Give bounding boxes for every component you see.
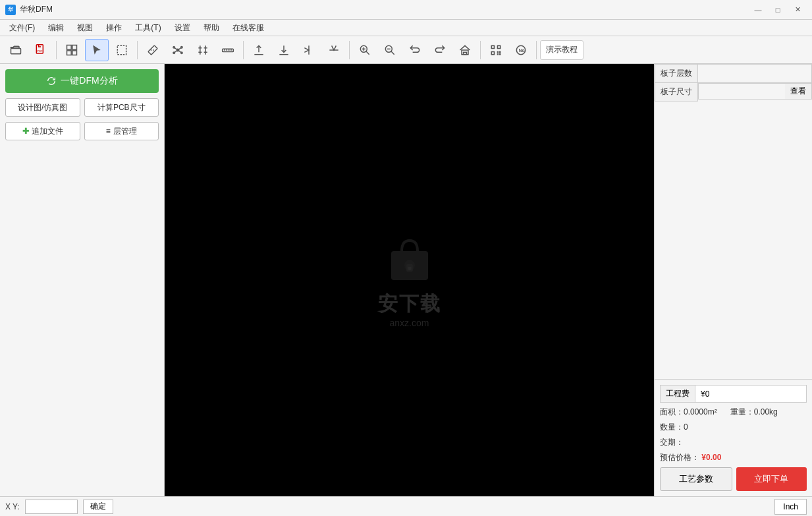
svg-rect-7: [117, 45, 126, 54]
svg-text:PDF: PDF: [37, 49, 43, 52]
svg-line-34: [391, 51, 394, 55]
view-btn[interactable]: 查看: [785, 84, 811, 99]
toolbar-sep-5: [480, 41, 481, 59]
box-select-button[interactable]: [110, 39, 134, 61]
weight-text: 重量：0.00kg: [730, 407, 778, 418]
network-button[interactable]: [166, 39, 190, 61]
svg-line-30: [366, 51, 369, 55]
minimize-button[interactable]: —: [749, 3, 767, 16]
maximize-button[interactable]: □: [769, 3, 787, 16]
view-mode-button[interactable]: [60, 39, 84, 61]
estimated-price-label: 预估价格：: [660, 453, 699, 462]
menu-file[interactable]: 文件(F): [3, 20, 41, 36]
craft-params-button[interactable]: 工艺参数: [660, 467, 732, 491]
board-layers-value: [698, 65, 812, 83]
order-button[interactable]: 立即下单: [736, 467, 807, 491]
bottom-action-row: 工艺参数 立即下单: [660, 467, 807, 491]
right-bottom: 工程费 ¥0 面积：0.0000m² 重量：0.00kg 数量：0 交期： 预估…: [655, 379, 812, 496]
select-button[interactable]: [85, 39, 109, 61]
svg-rect-44: [497, 51, 499, 53]
fee-value: ¥0: [695, 387, 806, 401]
board-size-label: 板子尺寸: [655, 83, 698, 101]
price-line: 预估价格： ¥0.00: [660, 452, 807, 463]
menu-bar: 文件(F) 编辑 视图 操作 工具(T) 设置 帮助 在线客服: [0, 20, 812, 36]
action-btn-row: ✚ 追加文件 ≡ 层管理: [5, 122, 159, 140]
dfm-analysis-button[interactable]: 一键DFM分析: [5, 69, 159, 93]
window-controls: — □ ✕: [749, 3, 807, 16]
menu-edit[interactable]: 编辑: [41, 20, 70, 36]
zoom-out-button[interactable]: [378, 39, 402, 61]
title-bar-left: 华 华秋DFM: [5, 4, 53, 15]
engineering-fee-row: 工程费 ¥0: [660, 385, 807, 403]
delivery-line: 交期：: [660, 437, 807, 448]
qr-button[interactable]: [484, 39, 508, 61]
svg-rect-43: [492, 52, 494, 54]
refresh-icon: [46, 76, 57, 86]
calc-pcb-button[interactable]: 计算PCB尺寸: [84, 98, 159, 117]
import-up-button[interactable]: [247, 39, 271, 61]
design-view-button[interactable]: 设计图/仿真图: [5, 98, 80, 117]
measure-button[interactable]: [141, 39, 165, 61]
toolbar-sep-6: [536, 41, 537, 59]
board-layers-label: 板子层数: [655, 65, 698, 83]
open-pdf-button[interactable]: PDF: [29, 39, 53, 61]
svg-text:No: No: [519, 48, 525, 53]
layer-mgr-button[interactable]: ≡ 层管理: [84, 122, 159, 140]
redo-button[interactable]: [428, 39, 452, 61]
undo-button[interactable]: [403, 39, 427, 61]
toolbar-sep-4: [349, 41, 350, 59]
area-text: 面积：0.0000m²: [660, 407, 717, 418]
add-file-button[interactable]: ✚ 追加文件: [5, 122, 80, 140]
delivery-text: 交期：: [660, 438, 684, 447]
ruler-button[interactable]: [216, 39, 240, 61]
area-weight-line: 面积：0.0000m² 重量：0.00kg: [660, 407, 807, 418]
add-file-label: 追加文件: [32, 126, 63, 137]
menu-operate[interactable]: 操作: [99, 20, 128, 36]
fee-label: 工程费: [661, 386, 695, 402]
svg-rect-5: [67, 50, 72, 55]
right-panel-spacer: [655, 101, 812, 379]
svg-rect-20: [223, 49, 234, 51]
coord-label: X Y:: [5, 502, 20, 511]
menu-view[interactable]: 视图: [70, 20, 99, 36]
watermark-icon: [383, 233, 436, 285]
menu-tools[interactable]: 工具(T): [128, 20, 167, 36]
plus-icon: ✚: [22, 127, 29, 136]
watermark-main-text: 安下载: [378, 291, 441, 318]
menu-online[interactable]: 在线客服: [226, 20, 271, 36]
coord-input[interactable]: [25, 500, 78, 514]
svg-rect-53: [408, 267, 411, 270]
board-size-row: 板子尺寸 查看: [655, 83, 812, 101]
svg-rect-3: [67, 45, 72, 49]
home-button[interactable]: [453, 39, 477, 61]
tutorial-button[interactable]: 演示教程: [540, 40, 583, 60]
flip-v-button[interactable]: [322, 39, 346, 61]
qty-line: 数量：0: [660, 422, 807, 433]
main-area: 一键DFM分析 设计图/仿真图 计算PCB尺寸 ✚ 追加文件 ≡ 层管理: [0, 64, 812, 496]
svg-rect-4: [72, 45, 77, 49]
compare-button[interactable]: [191, 39, 215, 61]
watermark: 安下载 anxz.com: [378, 233, 441, 328]
app-icon: 华: [5, 5, 16, 15]
open-folder-button[interactable]: [4, 39, 28, 61]
title-bar: 华 华秋DFM — □ ✕: [0, 0, 812, 20]
menu-settings[interactable]: 设置: [168, 20, 197, 36]
svg-rect-41: [498, 46, 500, 48]
toolbar-sep-1: [56, 41, 57, 59]
layer-mgr-label: 层管理: [113, 126, 137, 137]
toolbar-sep-2: [137, 41, 138, 59]
no-button[interactable]: No: [509, 39, 533, 61]
svg-rect-37: [464, 52, 467, 54]
close-button[interactable]: ✕: [788, 3, 807, 16]
confirm-button[interactable]: 确定: [83, 500, 113, 514]
export-down-button[interactable]: [272, 39, 296, 61]
toolbar-sep-3: [243, 41, 244, 59]
svg-rect-6: [72, 50, 77, 55]
svg-rect-45: [499, 51, 501, 53]
zoom-in-button[interactable]: [353, 39, 377, 61]
svg-rect-39: [492, 46, 494, 48]
menu-help[interactable]: 帮助: [197, 20, 226, 36]
layer-icon: ≡: [106, 127, 111, 136]
inch-button[interactable]: Inch: [774, 499, 807, 515]
flip-h-button[interactable]: [297, 39, 321, 61]
